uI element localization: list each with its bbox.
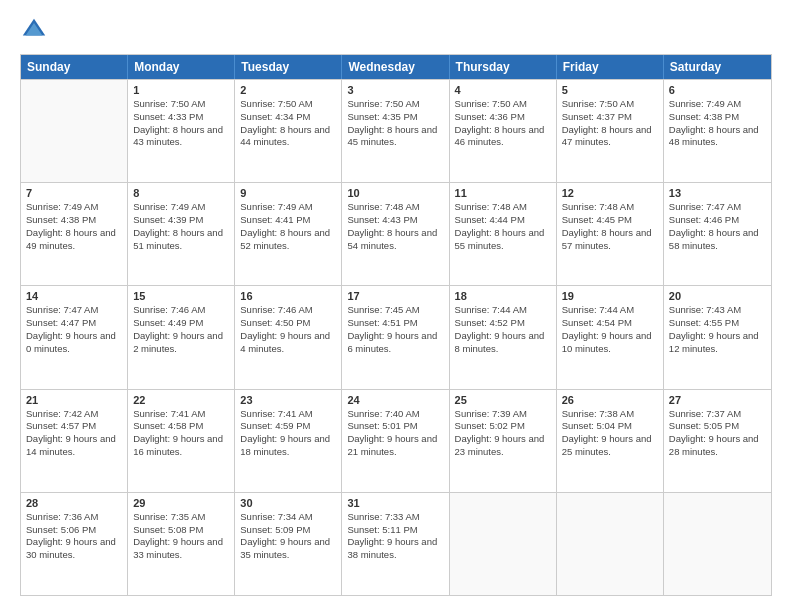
calendar-header-row: SundayMondayTuesdayWednesdayThursdayFrid… xyxy=(21,55,771,79)
cal-cell-3-1: 22Sunrise: 7:41 AMSunset: 4:58 PMDayligh… xyxy=(128,390,235,492)
cal-cell-0-1: 1Sunrise: 7:50 AMSunset: 4:33 PMDaylight… xyxy=(128,80,235,182)
cal-cell-0-4: 4Sunrise: 7:50 AMSunset: 4:36 PMDaylight… xyxy=(450,80,557,182)
logo xyxy=(20,16,52,44)
cal-cell-1-2: 9Sunrise: 7:49 AMSunset: 4:41 PMDaylight… xyxy=(235,183,342,285)
header-day-wednesday: Wednesday xyxy=(342,55,449,79)
day-number: 30 xyxy=(240,497,336,509)
day-number: 13 xyxy=(669,187,766,199)
cal-cell-2-1: 15Sunrise: 7:46 AMSunset: 4:49 PMDayligh… xyxy=(128,286,235,388)
day-info: Sunrise: 7:35 AMSunset: 5:08 PMDaylight:… xyxy=(133,511,229,562)
day-number: 23 xyxy=(240,394,336,406)
cal-cell-2-6: 20Sunrise: 7:43 AMSunset: 4:55 PMDayligh… xyxy=(664,286,771,388)
day-info: Sunrise: 7:36 AMSunset: 5:06 PMDaylight:… xyxy=(26,511,122,562)
cal-cell-4-0: 28Sunrise: 7:36 AMSunset: 5:06 PMDayligh… xyxy=(21,493,128,595)
cal-cell-3-4: 25Sunrise: 7:39 AMSunset: 5:02 PMDayligh… xyxy=(450,390,557,492)
day-number: 2 xyxy=(240,84,336,96)
cal-cell-2-0: 14Sunrise: 7:47 AMSunset: 4:47 PMDayligh… xyxy=(21,286,128,388)
day-number: 11 xyxy=(455,187,551,199)
day-info: Sunrise: 7:46 AMSunset: 4:49 PMDaylight:… xyxy=(133,304,229,355)
cal-cell-3-0: 21Sunrise: 7:42 AMSunset: 4:57 PMDayligh… xyxy=(21,390,128,492)
cal-cell-2-3: 17Sunrise: 7:45 AMSunset: 4:51 PMDayligh… xyxy=(342,286,449,388)
cal-cell-0-3: 3Sunrise: 7:50 AMSunset: 4:35 PMDaylight… xyxy=(342,80,449,182)
logo-icon xyxy=(20,16,48,44)
cal-cell-1-5: 12Sunrise: 7:48 AMSunset: 4:45 PMDayligh… xyxy=(557,183,664,285)
cal-cell-1-6: 13Sunrise: 7:47 AMSunset: 4:46 PMDayligh… xyxy=(664,183,771,285)
day-number: 9 xyxy=(240,187,336,199)
day-number: 24 xyxy=(347,394,443,406)
header-day-monday: Monday xyxy=(128,55,235,79)
cal-cell-3-5: 26Sunrise: 7:38 AMSunset: 5:04 PMDayligh… xyxy=(557,390,664,492)
page: SundayMondayTuesdayWednesdayThursdayFrid… xyxy=(0,0,792,612)
day-number: 15 xyxy=(133,290,229,302)
day-info: Sunrise: 7:50 AMSunset: 4:33 PMDaylight:… xyxy=(133,98,229,149)
cal-cell-1-4: 11Sunrise: 7:48 AMSunset: 4:44 PMDayligh… xyxy=(450,183,557,285)
week-row-3: 21Sunrise: 7:42 AMSunset: 4:57 PMDayligh… xyxy=(21,389,771,492)
cal-cell-2-2: 16Sunrise: 7:46 AMSunset: 4:50 PMDayligh… xyxy=(235,286,342,388)
day-info: Sunrise: 7:49 AMSunset: 4:38 PMDaylight:… xyxy=(669,98,766,149)
day-info: Sunrise: 7:43 AMSunset: 4:55 PMDaylight:… xyxy=(669,304,766,355)
cal-cell-2-5: 19Sunrise: 7:44 AMSunset: 4:54 PMDayligh… xyxy=(557,286,664,388)
day-info: Sunrise: 7:39 AMSunset: 5:02 PMDaylight:… xyxy=(455,408,551,459)
day-number: 27 xyxy=(669,394,766,406)
cal-cell-4-5 xyxy=(557,493,664,595)
day-info: Sunrise: 7:38 AMSunset: 5:04 PMDaylight:… xyxy=(562,408,658,459)
day-number: 16 xyxy=(240,290,336,302)
week-row-1: 7Sunrise: 7:49 AMSunset: 4:38 PMDaylight… xyxy=(21,182,771,285)
day-number: 28 xyxy=(26,497,122,509)
day-info: Sunrise: 7:42 AMSunset: 4:57 PMDaylight:… xyxy=(26,408,122,459)
day-info: Sunrise: 7:49 AMSunset: 4:41 PMDaylight:… xyxy=(240,201,336,252)
day-number: 14 xyxy=(26,290,122,302)
day-info: Sunrise: 7:50 AMSunset: 4:36 PMDaylight:… xyxy=(455,98,551,149)
calendar: SundayMondayTuesdayWednesdayThursdayFrid… xyxy=(20,54,772,596)
calendar-body: 1Sunrise: 7:50 AMSunset: 4:33 PMDaylight… xyxy=(21,79,771,595)
cal-cell-4-2: 30Sunrise: 7:34 AMSunset: 5:09 PMDayligh… xyxy=(235,493,342,595)
day-number: 20 xyxy=(669,290,766,302)
cal-cell-2-4: 18Sunrise: 7:44 AMSunset: 4:52 PMDayligh… xyxy=(450,286,557,388)
day-number: 5 xyxy=(562,84,658,96)
cal-cell-0-5: 5Sunrise: 7:50 AMSunset: 4:37 PMDaylight… xyxy=(557,80,664,182)
header-day-tuesday: Tuesday xyxy=(235,55,342,79)
week-row-4: 28Sunrise: 7:36 AMSunset: 5:06 PMDayligh… xyxy=(21,492,771,595)
day-info: Sunrise: 7:48 AMSunset: 4:43 PMDaylight:… xyxy=(347,201,443,252)
cal-cell-0-0 xyxy=(21,80,128,182)
cal-cell-4-4 xyxy=(450,493,557,595)
header xyxy=(20,16,772,44)
week-row-2: 14Sunrise: 7:47 AMSunset: 4:47 PMDayligh… xyxy=(21,285,771,388)
day-info: Sunrise: 7:49 AMSunset: 4:38 PMDaylight:… xyxy=(26,201,122,252)
day-number: 17 xyxy=(347,290,443,302)
header-day-sunday: Sunday xyxy=(21,55,128,79)
day-number: 26 xyxy=(562,394,658,406)
cal-cell-0-6: 6Sunrise: 7:49 AMSunset: 4:38 PMDaylight… xyxy=(664,80,771,182)
day-info: Sunrise: 7:44 AMSunset: 4:52 PMDaylight:… xyxy=(455,304,551,355)
cal-cell-3-2: 23Sunrise: 7:41 AMSunset: 4:59 PMDayligh… xyxy=(235,390,342,492)
day-info: Sunrise: 7:34 AMSunset: 5:09 PMDaylight:… xyxy=(240,511,336,562)
day-number: 1 xyxy=(133,84,229,96)
day-info: Sunrise: 7:50 AMSunset: 4:34 PMDaylight:… xyxy=(240,98,336,149)
day-info: Sunrise: 7:47 AMSunset: 4:47 PMDaylight:… xyxy=(26,304,122,355)
header-day-saturday: Saturday xyxy=(664,55,771,79)
day-number: 6 xyxy=(669,84,766,96)
day-info: Sunrise: 7:49 AMSunset: 4:39 PMDaylight:… xyxy=(133,201,229,252)
day-number: 25 xyxy=(455,394,551,406)
cal-cell-4-1: 29Sunrise: 7:35 AMSunset: 5:08 PMDayligh… xyxy=(128,493,235,595)
day-info: Sunrise: 7:48 AMSunset: 4:45 PMDaylight:… xyxy=(562,201,658,252)
day-info: Sunrise: 7:46 AMSunset: 4:50 PMDaylight:… xyxy=(240,304,336,355)
day-info: Sunrise: 7:50 AMSunset: 4:35 PMDaylight:… xyxy=(347,98,443,149)
day-number: 22 xyxy=(133,394,229,406)
header-day-friday: Friday xyxy=(557,55,664,79)
day-number: 18 xyxy=(455,290,551,302)
cal-cell-3-3: 24Sunrise: 7:40 AMSunset: 5:01 PMDayligh… xyxy=(342,390,449,492)
day-info: Sunrise: 7:41 AMSunset: 4:59 PMDaylight:… xyxy=(240,408,336,459)
day-number: 4 xyxy=(455,84,551,96)
day-info: Sunrise: 7:33 AMSunset: 5:11 PMDaylight:… xyxy=(347,511,443,562)
day-info: Sunrise: 7:47 AMSunset: 4:46 PMDaylight:… xyxy=(669,201,766,252)
cal-cell-1-3: 10Sunrise: 7:48 AMSunset: 4:43 PMDayligh… xyxy=(342,183,449,285)
cal-cell-1-0: 7Sunrise: 7:49 AMSunset: 4:38 PMDaylight… xyxy=(21,183,128,285)
day-info: Sunrise: 7:45 AMSunset: 4:51 PMDaylight:… xyxy=(347,304,443,355)
cal-cell-4-6 xyxy=(664,493,771,595)
day-number: 3 xyxy=(347,84,443,96)
day-info: Sunrise: 7:48 AMSunset: 4:44 PMDaylight:… xyxy=(455,201,551,252)
day-info: Sunrise: 7:50 AMSunset: 4:37 PMDaylight:… xyxy=(562,98,658,149)
week-row-0: 1Sunrise: 7:50 AMSunset: 4:33 PMDaylight… xyxy=(21,79,771,182)
day-number: 7 xyxy=(26,187,122,199)
